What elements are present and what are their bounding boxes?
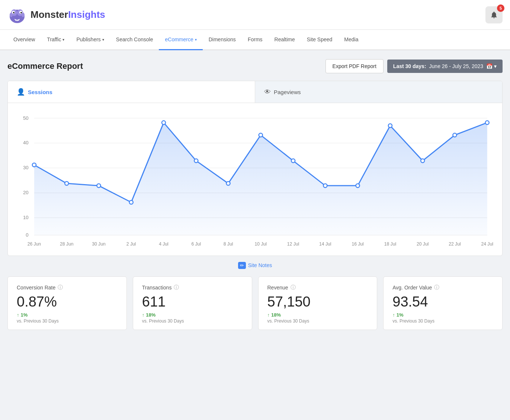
nav-item-search-console[interactable]: Search Console [110,30,159,50]
chart-point [97,184,100,187]
nav-item-site-speed[interactable]: Site Speed [301,30,339,50]
svg-text:50: 50 [23,115,29,121]
chart-point [129,201,133,204]
transactions-change: ↑ 18% [142,312,243,318]
svg-text:10: 10 [23,215,29,220]
svg-text:18 Jul: 18 Jul [384,241,396,247]
svg-point-6 [20,12,22,13]
notification-badge: 5 [497,4,504,12]
logo-area: MonsterInsights [7,5,105,25]
chart-body: 50 40 30 20 10 0 [8,103,502,256]
revenue-vs: vs. Previous 30 Days [267,318,368,324]
info-icon[interactable]: ⓘ [174,284,179,291]
report-header: eCommerce Report Export PDF Report Last … [7,59,503,73]
svg-text:2 Jul: 2 Jul [126,241,136,247]
metric-card-revenue: Revenue ⓘ 57,150 ↑ 18% vs. Previous 30 D… [258,276,378,330]
svg-text:26 Jun: 26 Jun [28,241,41,247]
chart-point [194,159,198,163]
tab-sessions[interactable]: 👤 Sessions [8,81,255,103]
revenue-change-value: 18% [271,312,281,318]
chart-point [323,184,327,187]
svg-text:16 Jul: 16 Jul [352,241,363,247]
report-title: eCommerce Report [7,61,83,71]
metric-label-conversion: Conversion Rate ⓘ [17,284,118,291]
chart-point [259,133,263,137]
chart-point [453,133,456,137]
date-range-text: June 26 - July 25, 2023 [429,63,484,69]
svg-rect-8 [17,20,17,21]
metric-label-revenue: Revenue ⓘ [267,284,368,291]
tab-pageviews[interactable]: 👁 Pageviews [255,81,502,103]
transactions-change-value: 18% [146,312,155,318]
metrics-grid: Conversion Rate ⓘ 0.87% ↑ 1% vs. Previou… [7,276,503,330]
main-content: eCommerce Report Export PDF Report Last … [0,50,510,339]
chart-point [421,159,424,163]
transactions-value: 611 [142,294,243,310]
svg-text:10 Jul: 10 Jul [255,241,267,247]
svg-text:30: 30 [23,165,29,170]
avg-order-label: Avg. Order Value [392,285,432,291]
nav-item-traffic[interactable]: Traffic ▾ [41,30,70,50]
eye-icon: 👁 [264,88,271,96]
nav-item-publishers[interactable]: Publishers ▾ [70,30,110,50]
date-label: Last 30 days: [393,63,426,69]
site-notes-button[interactable]: ✏ Site Notes [238,262,272,269]
calendar-icon: 📅 ▾ [486,63,497,69]
info-icon[interactable]: ⓘ [291,284,296,291]
conversion-rate-value: 0.87% [17,294,118,310]
brand-name-colored: Insights [68,9,105,20]
revenue-label: Revenue [267,285,288,291]
date-range-button[interactable]: Last 30 days: June 26 - July 25, 2023 📅 … [387,60,503,73]
metric-label-avg-order: Avg. Order Value ⓘ [392,284,493,291]
line-chart: 50 40 30 20 10 0 [12,107,495,250]
chart-tabs: 👤 Sessions 👁 Pageviews [8,81,502,103]
revenue-value: 57,150 [267,294,368,310]
svg-rect-7 [15,19,16,21]
header-right: 5 [485,6,503,23]
nav-item-overview[interactable]: Overview [7,30,41,50]
bell-icon [490,11,498,19]
svg-text:30 Jun: 30 Jun [92,241,105,247]
chart-point [226,182,230,185]
metric-label-transactions: Transactions ⓘ [142,284,243,291]
nav-item-media[interactable]: Media [338,30,364,50]
chart-point [291,159,295,163]
nav-item-dimensions[interactable]: Dimensions [203,30,242,50]
avg-order-value: 93.54 [392,294,493,310]
main-nav: Overview Traffic ▾ Publishers ▾ Search C… [0,30,510,50]
site-notes-label: Site Notes [248,262,272,268]
notification-button[interactable]: 5 [485,6,503,23]
arrow-up-icon: ↑ [267,312,270,318]
svg-text:20 Jul: 20 Jul [417,241,429,247]
svg-text:6 Jul: 6 Jul [191,241,201,247]
transactions-vs: vs. Previous 30 Days [142,318,243,324]
chart-point [32,163,36,167]
nav-item-realtime[interactable]: Realtime [269,30,301,50]
conversion-rate-change-value: 1% [21,312,28,318]
export-pdf-button[interactable]: Export PDF Report [325,59,384,73]
arrow-up-icon: ↑ [142,312,145,318]
site-notes-bar: ✏ Site Notes [7,262,503,269]
metric-card-avg-order: Avg. Order Value ⓘ 93.54 ↑ 1% vs. Previo… [383,276,503,330]
svg-point-11 [22,13,25,17]
chart-point [162,121,166,125]
conversion-rate-label: Conversion Rate [17,285,55,291]
arrow-up-icon: ↑ [392,312,395,318]
revenue-change: ↑ 18% [267,312,368,318]
svg-point-5 [13,12,15,13]
chart-container: 👤 Sessions 👁 Pageviews 50 40 30 [7,81,503,256]
brand-name: MonsterInsights [31,9,105,20]
metric-card-transactions: Transactions ⓘ 611 ↑ 18% vs. Previous 30… [133,276,252,330]
conversion-rate-change: ↑ 1% [17,312,118,318]
info-icon[interactable]: ⓘ [58,284,63,291]
svg-text:20: 20 [23,190,29,195]
sessions-tab-label: Sessions [28,89,52,95]
svg-point-10 [10,13,13,17]
info-icon[interactable]: ⓘ [434,284,439,291]
svg-text:0: 0 [26,232,28,238]
nav-item-ecommerce[interactable]: eCommerce ▾ [159,30,202,50]
nav-item-forms[interactable]: Forms [242,30,269,50]
header: MonsterInsights 5 [0,0,510,30]
monster-logo-icon [7,5,27,25]
conversion-rate-vs: vs. Previous 30 Days [17,318,118,324]
